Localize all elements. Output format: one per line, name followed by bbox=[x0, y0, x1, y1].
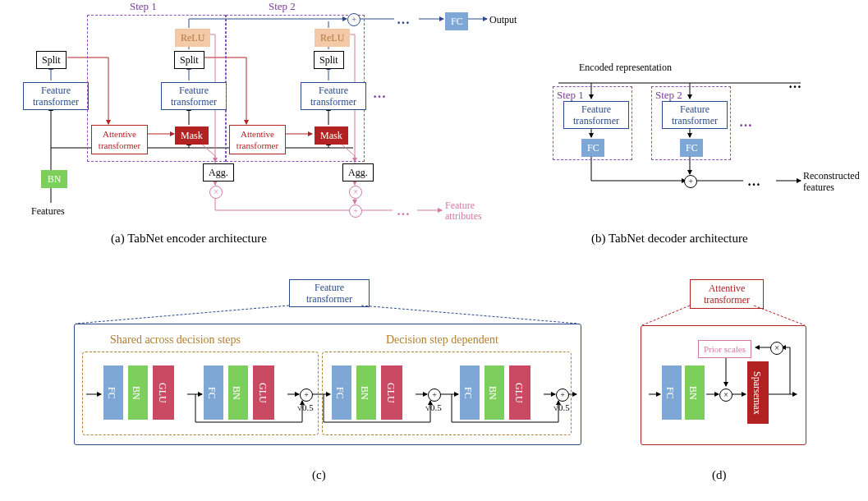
glu-d2: GLU bbox=[509, 365, 530, 420]
dots-decoder-bus: … bbox=[788, 76, 803, 91]
agg-step1: Agg. bbox=[203, 163, 234, 182]
feature-transformer-detail: Featuretransformer Shared across decisio… bbox=[74, 279, 583, 485]
fc-s1: FC bbox=[103, 365, 123, 420]
mult-step1: × bbox=[209, 186, 223, 199]
output-label: Output bbox=[489, 14, 517, 26]
glu-s1: GLU bbox=[153, 365, 174, 420]
ft-title-box: Featuretransformer bbox=[289, 279, 370, 307]
mask-step2: Mask bbox=[315, 126, 348, 145]
at-fc: FC bbox=[662, 365, 682, 420]
attentive-transformer-step2: Attentivetransformer bbox=[229, 125, 286, 154]
dots-decoder-steps: … bbox=[739, 115, 754, 130]
attentive-transformer-step1: Attentivetransformer bbox=[91, 125, 148, 154]
at-feedback-mult: × bbox=[770, 342, 783, 355]
at-caption: (d) bbox=[712, 468, 727, 482]
sum-c2: + bbox=[428, 388, 441, 402]
decoder-ft-step1: Featuretransformer bbox=[563, 101, 629, 129]
bn-d1: BN bbox=[356, 365, 376, 420]
sum-decoder: + bbox=[684, 175, 697, 188]
decoder-ft-step2: Featuretransformer bbox=[662, 101, 728, 129]
relu-step2: ReLU bbox=[315, 29, 350, 47]
glu-d1: GLU bbox=[381, 365, 402, 420]
sum-c1: + bbox=[300, 388, 313, 402]
dots-encoder-steps: … bbox=[373, 86, 388, 101]
sqrt-3: √0.5 bbox=[553, 402, 570, 412]
shared-label: Shared across decision steps bbox=[110, 333, 241, 347]
features-label: Features bbox=[31, 205, 65, 218]
svg-line-50 bbox=[76, 306, 289, 324]
sum-output: + bbox=[347, 13, 361, 26]
feature-transformer-step1: Featuretransformer bbox=[161, 82, 227, 110]
prior-scales: Prior scales bbox=[698, 340, 751, 358]
mask-step1: Mask bbox=[175, 126, 209, 145]
decoder-step1-label: Step 1 bbox=[557, 89, 584, 102]
decoder-caption: (b) TabNet decoder architecture bbox=[591, 232, 748, 246]
at-bn: BN bbox=[685, 365, 705, 420]
feature-transformer-step2: Featuretransformer bbox=[301, 82, 366, 110]
sum-c3: + bbox=[556, 388, 569, 402]
encoded-rep-label: Encoded representation bbox=[579, 62, 672, 74]
relu-step1: ReLU bbox=[175, 29, 210, 47]
fc-d2: FC bbox=[460, 365, 480, 420]
agg-step2: Agg. bbox=[342, 163, 374, 182]
svg-line-51 bbox=[361, 306, 578, 324]
feature-transformer-step0: Featuretransformer bbox=[23, 82, 89, 110]
split-step0: Split bbox=[36, 51, 67, 69]
sum-feat-attr: + bbox=[349, 205, 362, 218]
split-step2: Split bbox=[314, 51, 344, 69]
attentive-transformer-detail: Attentivetransformer FC BN × Prior scale… bbox=[641, 279, 829, 485]
dots-decoder-output: … bbox=[747, 174, 762, 189]
sparsemax: Sparsemax bbox=[747, 361, 769, 424]
fc-output: FC bbox=[445, 12, 468, 30]
fc-d1: FC bbox=[332, 365, 351, 420]
decoder-diagram: Encoded representation Step 1 Featuretra… bbox=[542, 62, 862, 226]
reconstructed-features-label: Reconstructedfeatures bbox=[803, 170, 860, 193]
bn-block: BN bbox=[41, 170, 67, 188]
decoder-step2-label: Step 2 bbox=[655, 89, 682, 102]
decoder-fc-step1: FC bbox=[581, 139, 604, 157]
dependent-label: Decision step dependent bbox=[386, 333, 498, 347]
at-title-box: Attentivetransformer bbox=[690, 279, 764, 309]
dots-feat-attr: … bbox=[397, 204, 411, 218]
bn-d2: BN bbox=[485, 365, 504, 420]
decoder-fc-step2: FC bbox=[680, 139, 703, 157]
at-mult: × bbox=[719, 388, 733, 402]
svg-line-60 bbox=[642, 306, 690, 325]
step2-label: Step 2 bbox=[269, 0, 296, 13]
encoder-caption: (a) TabNet encoder architecture bbox=[111, 232, 267, 246]
step1-label: Step 1 bbox=[130, 0, 157, 13]
feature-attributes-label: Featureattributes bbox=[445, 200, 482, 222]
split-step1: Split bbox=[174, 51, 204, 69]
bn-s2: BN bbox=[228, 365, 248, 420]
fc-s2: FC bbox=[204, 365, 223, 420]
dots-encoder-top: … bbox=[397, 12, 411, 27]
encoder-diagram: Features BN Featuretransformer Split Ste… bbox=[0, 0, 526, 246]
glu-s2: GLU bbox=[253, 365, 274, 420]
bn-s1: BN bbox=[128, 365, 148, 420]
ft-caption: (c) bbox=[312, 468, 326, 482]
sqrt-2: √0.5 bbox=[425, 402, 442, 412]
sqrt-1: √0.5 bbox=[297, 402, 314, 412]
mult-step2: × bbox=[349, 186, 362, 199]
